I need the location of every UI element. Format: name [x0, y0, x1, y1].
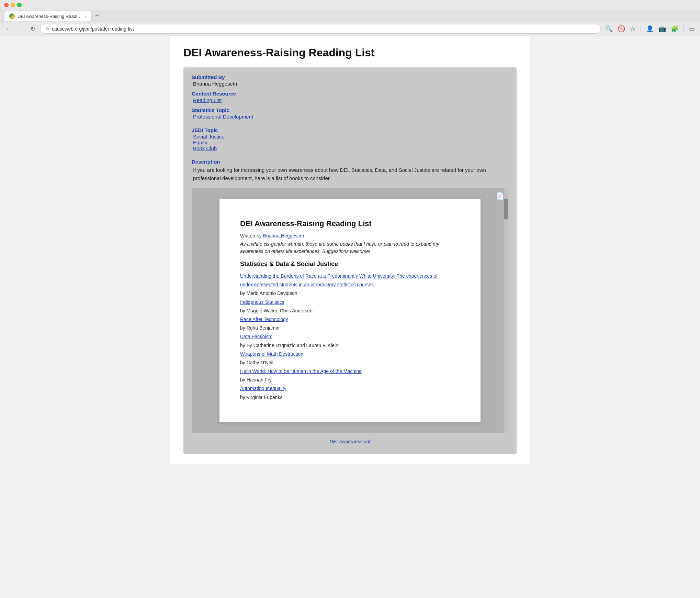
traffic-lights [4, 3, 22, 7]
book-item-1: Indigenous Statistics by Maggie Walter, … [240, 298, 460, 315]
scrollbar[interactable] [503, 188, 508, 433]
extensions-icon[interactable]: 🧩 [670, 24, 679, 34]
book-item-0: Understanding the Burdens of Race at a P… [240, 272, 460, 298]
author-link[interactable]: Brianna Heggeseth [263, 233, 304, 239]
tab-close-button[interactable]: × [84, 14, 87, 18]
book-item-5: Hello World: How to be Human in the Age … [240, 367, 460, 384]
page-title: DEI Awareness-Raising Reading List [183, 46, 517, 59]
jedi-topic-item-0[interactable]: Social Justice [192, 134, 508, 140]
book-link-3[interactable]: Data Feminism [240, 332, 460, 341]
scrollbar-thumb[interactable] [504, 199, 508, 219]
minimize-button[interactable] [11, 3, 15, 7]
cast-icon[interactable]: 📺 [657, 24, 667, 34]
document-wrapper: 📄 DEI Awareness-Raising Reading List Wri… [192, 188, 508, 433]
book-suffix-6: by Virginia Eubanks [240, 395, 282, 400]
doc-title: DEI Awareness-Raising Reading List [240, 219, 460, 228]
description-text: If you are looking for increasing your o… [192, 166, 508, 182]
title-bar [0, 0, 700, 10]
hide-icon[interactable]: 🚫 [617, 24, 626, 34]
tab-bar: DEI Awareness-Raising Readi… × + [0, 10, 700, 22]
book-link-4[interactable]: Weapons of Math Destruction [240, 350, 460, 358]
pdf-link-area: DEI Awareness.pdf [192, 436, 508, 447]
doc-written-by: Written by Brianna Heggeseth [240, 233, 460, 239]
divider2 [684, 25, 684, 32]
book-suffix-0: by Mario Antonio Davidson [240, 290, 297, 296]
book-suffix-1: by Maggie Walter, Chris Andersen [240, 308, 313, 313]
content-resource-label: Content Resource [192, 91, 508, 97]
search-icon[interactable]: 🔍 [604, 24, 614, 34]
book-link-1[interactable]: Indigenous Statistics [240, 298, 460, 307]
statistics-topic-link[interactable]: Professional Development [192, 114, 508, 120]
doc-italic: As a white cis-gender woman, these are s… [240, 241, 460, 255]
url-text: causeweb.org/jedi/post/dei-reading-list [52, 26, 596, 32]
maximize-button[interactable] [17, 3, 22, 7]
jedi-topic-item-1[interactable]: Equity [192, 140, 508, 145]
toolbar-icons: 🔍 🚫 ☆ 👤 📺 🧩 ▭ [604, 24, 696, 34]
submitted-by-label: Submitted By [192, 74, 508, 80]
book-suffix-2: by Ruha Benjamin [240, 325, 279, 331]
address-input[interactable]: ⚙ causeweb.org/jedi/post/dei-reading-lis… [40, 24, 601, 34]
lock-icon: ⚙ [45, 26, 49, 31]
pdf-link[interactable]: DEI Awareness.pdf [329, 439, 370, 444]
profile-icon[interactable]: 👤 [645, 24, 655, 34]
book-item-4: Weapons of Math Destruction by Cathy O'N… [240, 350, 460, 367]
tab-favicon [9, 13, 15, 19]
book-suffix-5: by Hannah Fry [240, 377, 272, 383]
book-item-6: Automating Inequality by Virginia Eubank… [240, 384, 460, 401]
close-button[interactable] [4, 3, 9, 7]
bookmark-icon[interactable]: ☆ [629, 24, 636, 34]
submitted-by-value: Brianna Heggeseth [192, 81, 508, 87]
written-by-prefix: Written by [240, 233, 263, 239]
jedi-topic-item-2[interactable]: Book Club [192, 145, 508, 151]
book-link-5[interactable]: Hello World: How to be Human in the Age … [240, 367, 460, 376]
book-item-2: Race After Technology by Ruha Benjamin [240, 315, 460, 332]
description-label: Description [192, 159, 508, 165]
active-tab[interactable]: DEI Awareness-Raising Readi… × [4, 11, 92, 21]
forward-button[interactable]: → [16, 25, 25, 33]
doc-section-title: Statistics & Data & Social Justice [240, 261, 460, 268]
tab-title: DEI Awareness-Raising Readi… [18, 14, 82, 19]
browser-chrome: DEI Awareness-Raising Readi… × + ← → ↻ ⚙… [0, 0, 700, 36]
jedi-topic-label: JEDI Topic [192, 127, 508, 133]
back-button[interactable]: ← [4, 25, 13, 33]
sidebar-icon[interactable]: ▭ [688, 24, 696, 34]
page-content: DEI Awareness-Raising Reading List Submi… [170, 36, 530, 464]
document-page: DEI Awareness-Raising Reading List Writt… [219, 199, 481, 422]
content-resource-link[interactable]: Reading List [192, 97, 508, 103]
statistics-topic-label: Statistics Topic [192, 107, 508, 113]
address-bar: ← → ↻ ⚙ causeweb.org/jedi/post/dei-readi… [0, 22, 700, 36]
book-link-2[interactable]: Race After Technology [240, 315, 460, 324]
book-suffix-4: by Cathy O'Neil [240, 360, 273, 365]
book-link-0[interactable]: Understanding the Burdens of Race at a P… [240, 272, 460, 289]
book-list: Understanding the Burdens of Race at a P… [240, 272, 460, 402]
book-item-3: Data Feminism by By Catherine D'Ignazio … [240, 332, 460, 350]
info-box: Submitted By Brianna Heggeseth Content R… [183, 67, 517, 454]
book-suffix-3: by By Catherine D'Ignazio and Lauren F. … [240, 343, 338, 348]
book-link-6[interactable]: Automating Inequality [240, 384, 460, 393]
new-tab-button[interactable]: + [92, 10, 102, 22]
reload-button[interactable]: ↻ [29, 25, 37, 33]
divider [641, 25, 641, 32]
